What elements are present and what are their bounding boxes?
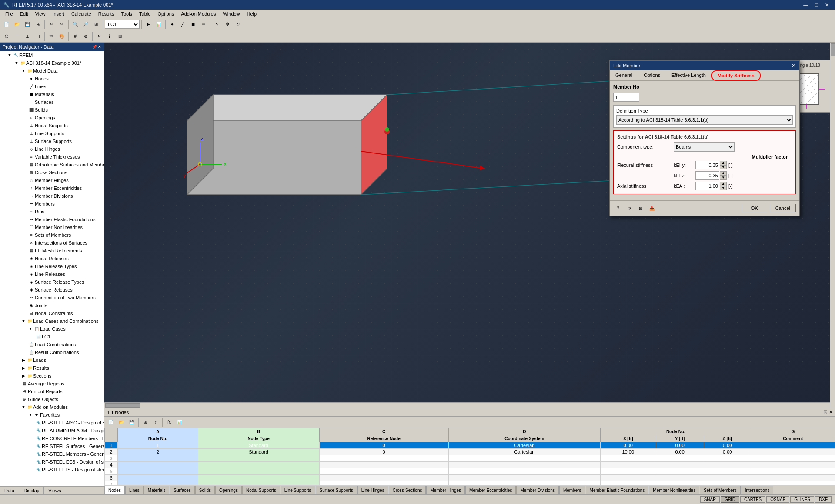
menu-window[interactable]: Window [219, 10, 243, 17]
member-btn[interactable]: ━ [199, 20, 208, 29]
viewport[interactable]: x z y [104, 43, 835, 408]
tree-connection-members[interactable]: ⊶ Connection of Two Members [0, 294, 104, 302]
panel-pin-btn[interactable]: 📌 [92, 45, 97, 49]
tab-sets-members[interactable]: Sets of Members [700, 486, 741, 494]
tree-openings[interactable]: ○ Openings [0, 114, 104, 122]
member-no-input[interactable] [613, 93, 639, 102]
snap-btn[interactable]: ⊕ [81, 32, 90, 41]
tree-rf-steel-is[interactable]: 🔩 RF-STEEL IS - Design of steel members … [0, 466, 104, 474]
tree-nodal-releases[interactable]: ◈ Nodal Releases [0, 255, 104, 262]
kei-z-input[interactable] [695, 171, 719, 180]
tree-lc1[interactable]: 📄 LC1 [0, 333, 104, 341]
panel-float-btn[interactable]: ⇱ [824, 410, 827, 414]
surface-btn[interactable]: ◼ [188, 20, 198, 29]
new-btn[interactable]: 📄 [2, 20, 11, 29]
tree-printout-reports[interactable]: 🖨 Printout Reports [0, 388, 104, 395]
tree-results[interactable]: ▶ 📁 Results [0, 364, 104, 372]
tab-members[interactable]: Members [559, 486, 585, 494]
dialog-table-btn[interactable]: ⊞ [636, 203, 645, 213]
tab-member-eccentricities[interactable]: Member Eccentricities [465, 486, 516, 494]
table-row[interactable]: 1 1 Standard 0 Cartesian 0.00 0.00 0.00 [105, 442, 835, 449]
menu-help[interactable]: Help [244, 10, 261, 17]
tree-model-data[interactable]: ▼ 📁 Model Data [0, 67, 104, 75]
cartes-btn-status[interactable]: CARTES [740, 496, 765, 503]
grid-btn[interactable]: # [70, 32, 80, 41]
tree-lines[interactable]: ╱ Lines [0, 83, 104, 90]
view-top-btn[interactable]: ⊤ [12, 32, 22, 41]
table-row[interactable]: 7 [105, 481, 835, 485]
undo-btn[interactable]: ↩ [47, 20, 56, 29]
tree-sections[interactable]: ▶ 📁 Sections [0, 372, 104, 380]
tab-openings[interactable]: Openings [215, 486, 242, 494]
tree-solids[interactable]: ⬛ Solids [0, 106, 104, 114]
tree-var-thickness[interactable]: ≡ Variable Thicknesses [0, 153, 104, 161]
close-btn[interactable]: ✕ [822, 2, 832, 8]
tree-materials[interactable]: ◼ Materials [0, 90, 104, 98]
tree-line-supports[interactable]: ⊥ Line Supports [0, 129, 104, 137]
menu-insert[interactable]: Insert [49, 10, 68, 17]
tree-load-cases-comb[interactable]: ▼ 📁 Load Cases and Combinations [0, 317, 104, 325]
tree-line-release-types[interactable]: ◈ Line Release Types [0, 262, 104, 270]
tree-joints[interactable]: ◉ Joints [0, 302, 104, 309]
menu-results[interactable]: Results [95, 10, 118, 17]
tab-member-elastic[interactable]: Member Elastic Foundations [586, 486, 649, 494]
tree-rf-concrete[interactable]: 🔩 RF-CONCRETE Members - Design of... [0, 434, 104, 442]
menu-table[interactable]: Table [136, 10, 154, 17]
print-btn[interactable]: 🖨 [33, 20, 43, 29]
tab-line-supports[interactable]: Line Supports [281, 486, 315, 494]
tree-rf-steel-surfaces[interactable]: 🔩 RF-STEEL Surfaces - General stress ana… [0, 442, 104, 450]
bt-new[interactable]: 📄 [106, 418, 116, 427]
tree-surface-release-types[interactable]: ◈ Surface Release Types [0, 278, 104, 286]
tree-orthotropic[interactable]: ▦ Orthotropic Surfaces and Membranes [0, 161, 104, 169]
table-row[interactable]: 2 2 Standard 0 Cartesian 10.00 0.00 0.00 [105, 449, 835, 455]
tab-nodes[interactable]: Nodes [104, 486, 125, 494]
node-btn[interactable]: ● [167, 20, 177, 29]
dialog-close-btn[interactable]: ✕ [792, 63, 796, 69]
tree-line-releases[interactable]: ◈ Line Releases [0, 270, 104, 278]
tab-effective-length[interactable]: Effective Length [666, 70, 711, 80]
glines-btn-status[interactable]: GLINES [790, 496, 814, 503]
bt-formula[interactable]: fx [164, 418, 174, 427]
dxf-btn-status[interactable]: DXF [815, 496, 832, 503]
kei-z-down[interactable]: ▼ [720, 176, 727, 180]
viewport-scrollbar-h[interactable] [104, 402, 830, 408]
prop-btn[interactable]: ℹ [105, 32, 114, 41]
tab-options[interactable]: Options [638, 70, 666, 80]
tree-member-nonlinear[interactable]: ⌒ Member Nonlinearities [0, 223, 104, 231]
table-row[interactable]: 5 [105, 468, 835, 475]
menu-view[interactable]: View [32, 10, 49, 17]
tree-rf-aluminum[interactable]: 🔩 RF-ALUMINUM ADM - Design of alum... [0, 427, 104, 434]
tree-load-combinations[interactable]: 📋 Load Combinations [0, 341, 104, 348]
zoom-in-btn[interactable]: 🔍 [70, 20, 80, 29]
bt-filter[interactable]: ⊞ [140, 418, 150, 427]
scrollbar-thumb-v[interactable] [831, 43, 835, 56]
snap-btn-status[interactable]: SNAP [700, 496, 720, 503]
run-btn[interactable]: ▶ [144, 20, 153, 29]
table-row[interactable]: 6 [105, 475, 835, 481]
menu-options[interactable]: Options [154, 10, 177, 17]
tree-member-divisions[interactable]: ⊸ Member Divisions [0, 192, 104, 200]
panel-close-btn[interactable]: ✕ [98, 45, 101, 49]
delete-btn[interactable]: ✕ [94, 32, 104, 41]
tree-nodal-supports[interactable]: ⊥ Nodal Supports [0, 122, 104, 129]
dialog-import-btn[interactable]: 📥 [647, 203, 657, 213]
tab-materials[interactable]: Materials [144, 486, 170, 494]
tab-member-nonlinear[interactable]: Member Nonlinearties [649, 486, 699, 494]
bt-sort[interactable]: ↕ [151, 418, 160, 427]
tab-intersections[interactable]: Intersections [741, 486, 774, 494]
tree-intersections[interactable]: ✕ Intersections of Surfaces [0, 239, 104, 247]
scrollbar-thumb-h[interactable] [105, 403, 140, 408]
tree-rf-steel-aisc[interactable]: 🔩 RF-STEEL AISC - Design of steel memb..… [0, 419, 104, 427]
rotate-btn[interactable]: ↻ [233, 20, 243, 29]
tab-surface-supports[interactable]: Surface Supports [316, 486, 357, 494]
dialog-refresh-btn[interactable]: ↺ [625, 203, 634, 213]
tree-load-cases[interactable]: ▼ 📋 Load Cases [0, 325, 104, 333]
open-btn[interactable]: 📂 [12, 20, 22, 29]
tree-addon-modules[interactable]: ▼ 📁 Add-on Modules [0, 403, 104, 411]
bt-chart[interactable]: 📊 [175, 418, 184, 427]
tree-member-hinges[interactable]: ◇ Member Hinges [0, 176, 104, 184]
tree-surface-releases[interactable]: ◈ Surface Releases [0, 286, 104, 294]
grid-btn-status[interactable]: GRID [721, 496, 739, 503]
tab-cross-sections[interactable]: Cross-Sections [389, 486, 426, 494]
tree-rf-steel-ec3[interactable]: 🔩 RF-STEEL EC3 - Design of steel members… [0, 458, 104, 466]
